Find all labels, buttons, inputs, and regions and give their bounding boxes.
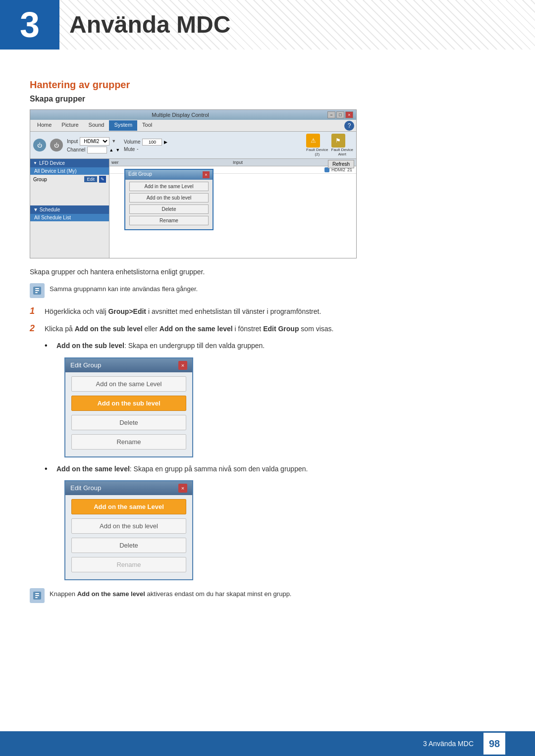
section-sub-title: Skapa grupper — [30, 95, 505, 103]
bullet-same-level: • Add on the same level: Skapa en grupp … — [45, 463, 505, 474]
step-2-text: Klicka på Add on the sub level eller Add… — [45, 323, 333, 334]
input-select[interactable]: HDMI2 — [80, 137, 109, 146]
table-header: wer Input — [109, 159, 356, 166]
step-2-bold2: Add on the same level — [160, 325, 233, 333]
menu-home[interactable]: Home — [32, 120, 56, 131]
fault-icon-1: ⚠ — [306, 134, 320, 148]
step-2: 2 Klicka på Add on the sub level eller A… — [30, 323, 505, 334]
volume-label: Volume — [124, 139, 140, 145]
input-label: Input — [67, 139, 78, 144]
menu-picture[interactable]: Picture — [56, 120, 83, 131]
dialog-same-btn-sub[interactable]: Add on the sub level — [71, 518, 186, 534]
dialog-sub-close[interactable]: × — [178, 361, 187, 370]
app-toolbar: ⏻ ⏻ Input HDMI2 ▼ Channel ▲ ▼ Volume — [30, 132, 356, 159]
svg-rect-2 — [35, 290, 39, 291]
app-title-text: Multiple Display Control — [33, 112, 327, 118]
all-devices-item[interactable]: All Device List (My) — [30, 167, 109, 175]
help-icon[interactable]: ? — [344, 121, 354, 131]
step-2-number: 2 — [30, 323, 40, 334]
dialog-small-btn-rename[interactable]: Rename — [129, 216, 209, 225]
power-on-icon[interactable]: ⏻ — [33, 139, 46, 151]
bullet-text-sub-level: Add on the sub level: Skapa en undergrup… — [56, 340, 265, 351]
svg-rect-5 — [35, 593, 39, 594]
dialog-same-btn-same[interactable]: Add on the same Level — [71, 499, 186, 514]
maximize-button[interactable]: □ — [336, 111, 344, 118]
close-button[interactable]: × — [345, 111, 353, 118]
input-arrow: ▼ — [111, 139, 116, 144]
dialog-same-close[interactable]: × — [178, 484, 187, 493]
bullet-dot-2: • — [45, 463, 52, 473]
bullet-section: • Add on the sub level: Skapa en undergr… — [45, 340, 505, 580]
minimize-button[interactable]: − — [327, 111, 335, 118]
fault-device-2: ⚑ Fault Device Alert — [331, 134, 353, 156]
step-2-bold1: Add on the sub level — [75, 325, 143, 333]
schedule-label: Schedule — [40, 207, 60, 212]
dialog-same-btn-delete[interactable]: Delete — [71, 538, 186, 553]
dialog-small-titlebar: Edit Group × — [125, 170, 213, 180]
channel-label: Channel — [67, 147, 85, 152]
edit-group-dialog-sub: Edit Group × Add on the same Level Add o… — [64, 357, 193, 457]
dialog-sub-title: Edit Group — [70, 361, 101, 369]
group-row: Group Edit ✎ — [30, 175, 109, 184]
dialog-same-btn-rename[interactable]: Rename — [71, 557, 186, 572]
note-svg-bottom — [32, 590, 43, 601]
dialog-sub-btn-rename[interactable]: Rename — [71, 434, 186, 450]
note-text: Samma gruppnamn kan inte användas flera … — [50, 283, 198, 293]
bullet-dot-1: • — [45, 340, 52, 350]
dialog-sub-titlebar: Edit Group × — [65, 358, 192, 372]
refresh-button[interactable]: Refresh — [328, 160, 354, 168]
step-1: 1 Högerklicka och välj Group>Edit i avsn… — [30, 306, 505, 317]
mute-label: Mute — [124, 147, 135, 152]
note-box-bottom: Knappen Add on the same level aktiveras … — [30, 588, 505, 603]
lfd-section-header: ▼ LFD Device — [30, 159, 109, 167]
menu-sound[interactable]: Sound — [84, 120, 109, 131]
bullet-bold-sub: Add on the sub level — [56, 342, 124, 350]
input-channel-group: Input HDMI2 ▼ Channel ▲ ▼ — [67, 137, 120, 153]
volume-arrow: ▶ — [164, 140, 167, 145]
note-bold: Add on the same level — [77, 590, 145, 598]
svg-rect-7 — [35, 597, 38, 598]
menu-tool[interactable]: Tool — [137, 120, 157, 131]
dialog-same-title: Edit Group — [70, 484, 101, 492]
edit-button[interactable]: Edit — [84, 176, 97, 182]
app-main-area: Refresh wer Input HDMI2 21 Edit G — [109, 159, 356, 258]
edit-group-dialog-small: Edit Group × Add in the same Level Add o… — [124, 169, 214, 230]
note-box: Samma gruppnamn kan inte användas flera … — [30, 283, 505, 298]
dialog-small-btn-sub-level[interactable]: Add on the sub level — [129, 193, 209, 202]
main-content: Hantering av grupper Skapa grupper Multi… — [30, 64, 505, 611]
bullet-text-same-level: Add on the same level: Skapa en grupp på… — [56, 463, 308, 474]
chapter-number-block: 3 — [0, 0, 59, 50]
all-schedule-item[interactable]: All Schedule List — [30, 214, 109, 221]
step-2-bold3: Edit Group — [263, 325, 299, 333]
dialog-sub-btn-same[interactable]: Add on the same Level — [71, 376, 186, 392]
footer-text: 3 Använda MDC — [423, 740, 474, 748]
dialog-small-title: Edit Group — [128, 171, 152, 178]
svg-rect-3 — [35, 292, 38, 293]
app-titlebar: Multiple Display Control − □ × — [30, 110, 356, 120]
dialog-small-close[interactable]: × — [203, 171, 210, 178]
channel-input[interactable] — [87, 147, 107, 153]
step-1-text: Högerklicka och välj Group>Edit i avsnit… — [45, 306, 321, 317]
app-menubar: Home Picture Sound System Tool ? — [30, 120, 356, 132]
channel-up-icon[interactable]: ▲ — [109, 148, 113, 152]
volume-value[interactable]: 100 — [142, 139, 162, 146]
edit-icon[interactable]: ✎ — [99, 176, 106, 183]
note-svg — [32, 285, 43, 296]
dialog-sub-btn-sub[interactable]: Add on the sub level — [71, 396, 186, 411]
menu-system[interactable]: System — [109, 120, 137, 131]
schedule-arrow-icon: ▼ — [33, 207, 38, 212]
note-icon-bottom — [30, 588, 45, 603]
dialog-same-titlebar: Edit Group × — [65, 481, 192, 495]
dialog-sub-btn-delete[interactable]: Delete — [71, 415, 186, 430]
channel-down-icon[interactable]: ▼ — [115, 148, 120, 152]
group-label: Group — [33, 177, 47, 182]
power-off-icon[interactable]: ⏻ — [50, 139, 63, 151]
mute-value: - — [137, 147, 138, 151]
lfd-arrow-icon: ▼ — [33, 161, 37, 165]
section-main-title: Hantering av grupper — [30, 79, 505, 91]
dialog-small-btn-delete[interactable]: Delete — [129, 204, 209, 214]
note-text-bottom: Knappen Add on the same level aktiveras … — [50, 588, 291, 598]
svg-rect-6 — [35, 595, 39, 596]
dialog-small-btn-same-level[interactable]: Add in the same Level — [129, 182, 209, 191]
chapter-number: 3 — [20, 7, 40, 43]
